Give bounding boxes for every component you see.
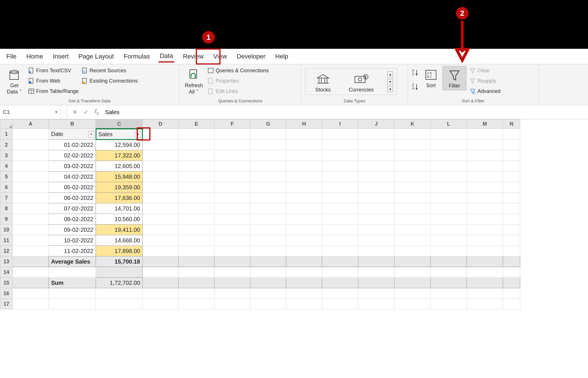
cell-E14[interactable] [179,267,214,278]
cell-M6[interactable] [467,182,503,193]
cell-J12[interactable] [358,246,394,256]
cell-C16[interactable] [96,288,143,299]
cell-J3[interactable] [358,150,394,161]
enter-formula-icon[interactable]: ✓ [84,109,88,116]
cell-C1[interactable]: Sales▼ [96,129,143,140]
cell-F12[interactable] [214,246,250,256]
cell-L1[interactable] [431,129,467,140]
cell-A2[interactable] [13,140,49,150]
cell-H16[interactable] [286,288,322,299]
cell-E1[interactable] [179,129,214,140]
cell-D15[interactable] [143,278,179,288]
cell-D17[interactable] [143,299,179,309]
row-header-15[interactable]: 15 [0,278,13,288]
advanced-filter-button[interactable]: Advanced [469,87,500,96]
cell-L9[interactable] [431,214,467,225]
cell-K17[interactable] [394,299,431,309]
cell-N3[interactable] [503,150,520,161]
chevron-down-icon[interactable]: ▼ [55,110,58,114]
cell-H9[interactable] [286,214,322,225]
cell-A15[interactable] [13,278,49,288]
cell-H17[interactable] [286,299,322,309]
cell-D16[interactable] [143,288,179,299]
cell-M13[interactable] [467,256,503,267]
cell-D8[interactable] [143,203,179,214]
select-all-cell[interactable] [0,120,13,129]
tab-view[interactable]: View [212,51,228,62]
cell-F11[interactable] [214,235,250,246]
cell-F10[interactable] [214,225,250,235]
cell-N1[interactable] [503,129,520,140]
cell-A3[interactable] [13,150,49,161]
cell-B14[interactable] [49,267,96,278]
column-header-J[interactable]: J [358,120,394,129]
cell-G3[interactable] [250,150,286,161]
cell-B9[interactable]: 08-02-2022 [49,214,96,225]
cell-D7[interactable] [143,193,179,203]
cell-B13[interactable]: Average Sales [49,256,96,267]
cell-M15[interactable] [467,278,503,288]
cell-B7[interactable]: 06-02-2022 [49,193,96,203]
filter-dropdown-sales[interactable]: ▼ [135,131,141,137]
cell-L16[interactable] [431,288,467,299]
data-types-more-button[interactable]: ▾ [387,86,393,92]
cell-M2[interactable] [467,140,503,150]
cell-D12[interactable] [143,246,179,256]
cell-H7[interactable] [286,193,322,203]
cell-B15[interactable]: Sum [49,278,96,288]
cell-N4[interactable] [503,161,520,172]
cell-A14[interactable] [13,267,49,278]
cell-H15[interactable] [286,278,322,288]
sort-dialog-button[interactable]: Z AA Z Sort [422,66,440,89]
cell-B8[interactable]: 07-02-2022 [49,203,96,214]
cell-D3[interactable] [143,150,179,161]
cell-A7[interactable] [13,193,49,203]
cell-C9[interactable]: 10,560.00 [96,214,143,225]
tab-formulas[interactable]: Formulas [123,51,151,62]
cell-E15[interactable] [179,278,214,288]
cell-D11[interactable] [143,235,179,246]
cell-H10[interactable] [286,225,322,235]
cell-I7[interactable] [322,193,358,203]
from-text-csv-button[interactable]: From Text/CSV [28,66,79,75]
cell-D9[interactable] [143,214,179,225]
refresh-all-button[interactable]: Refresh All ˅ [183,66,205,95]
cell-L3[interactable] [431,150,467,161]
cell-F4[interactable] [214,161,250,172]
cell-H4[interactable] [286,161,322,172]
cell-N2[interactable] [503,140,520,150]
column-header-K[interactable]: K [394,120,431,129]
data-types-down-button[interactable]: ▾ [387,79,393,85]
cell-M8[interactable] [467,203,503,214]
cell-E8[interactable] [179,203,214,214]
cell-L11[interactable] [431,235,467,246]
cell-J14[interactable] [358,267,394,278]
cell-H2[interactable] [286,140,322,150]
cell-A9[interactable] [13,214,49,225]
cell-J8[interactable] [358,203,394,214]
cell-G10[interactable] [250,225,286,235]
cell-M14[interactable] [467,267,503,278]
data-types-up-button[interactable]: ▴ [387,71,393,77]
cell-F13[interactable] [214,256,250,267]
cell-L13[interactable] [431,256,467,267]
cell-G17[interactable] [250,299,286,309]
cell-A10[interactable] [13,225,49,235]
cell-C15[interactable]: 1,72,702.00 [96,278,143,288]
cell-A11[interactable] [13,235,49,246]
cell-G7[interactable] [250,193,286,203]
cell-D4[interactable] [143,161,179,172]
cell-G12[interactable] [250,246,286,256]
tab-file[interactable]: File [5,51,18,62]
column-header-F[interactable]: F [214,120,250,129]
spreadsheet-grid[interactable]: ABCDEFGHIJKLMN1Date▼Sales▼201-02-202212,… [0,119,588,309]
cell-I13[interactable] [322,256,358,267]
row-header-7[interactable]: 7 [0,193,13,203]
cell-E12[interactable] [179,246,214,256]
cell-H13[interactable] [286,256,322,267]
cell-A8[interactable] [13,203,49,214]
cell-C11[interactable]: 14,668.00 [96,235,143,246]
stocks-data-type-button[interactable]: Stocks [309,70,337,93]
cell-E10[interactable] [179,225,214,235]
cell-F7[interactable] [214,193,250,203]
